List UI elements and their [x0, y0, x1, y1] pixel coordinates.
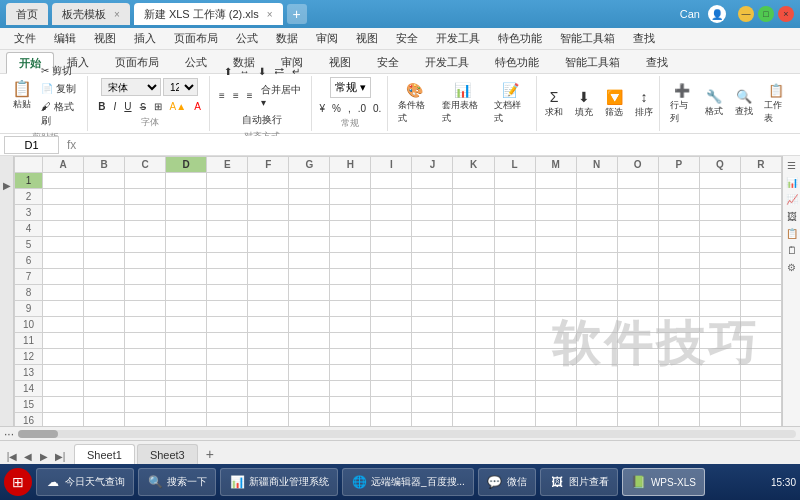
- ribbon-tab-special[interactable]: 特色功能: [482, 51, 552, 73]
- cell-B15[interactable]: [84, 397, 125, 413]
- cell-Q12[interactable]: [699, 349, 740, 365]
- increase-decimal-button[interactable]: .0: [355, 102, 369, 115]
- cell-F6[interactable]: [248, 253, 289, 269]
- cell-G5[interactable]: [289, 237, 330, 253]
- right-panel-icon-5[interactable]: 📋: [786, 228, 798, 239]
- cell-Q5[interactable]: [699, 237, 740, 253]
- cell-A15[interactable]: [43, 397, 84, 413]
- cell-K4[interactable]: [453, 221, 494, 237]
- cell-I2[interactable]: [371, 189, 412, 205]
- cell-H2[interactable]: [330, 189, 371, 205]
- cell-J1[interactable]: [412, 173, 453, 189]
- cell-B11[interactable]: [84, 333, 125, 349]
- sheet-tab-sheet3[interactable]: Sheet3: [137, 444, 198, 464]
- cell-A13[interactable]: [43, 365, 84, 381]
- cell-L6[interactable]: [494, 253, 535, 269]
- filter-button[interactable]: 🔽 筛选: [600, 87, 628, 121]
- cell-O1[interactable]: [617, 173, 658, 189]
- row-header-13[interactable]: 13: [15, 365, 43, 381]
- menu-file[interactable]: 文件: [6, 29, 44, 48]
- cell-R3[interactable]: [740, 205, 781, 221]
- strikethrough-button[interactable]: S̶: [137, 100, 149, 113]
- right-panel-icon-7[interactable]: ⚙: [787, 262, 796, 273]
- cell-E7[interactable]: [207, 269, 248, 285]
- cell-G1[interactable]: [289, 173, 330, 189]
- cell-Q2[interactable]: [699, 189, 740, 205]
- cell-N16[interactable]: [576, 413, 617, 427]
- taskbar-wechat[interactable]: 💬 微信: [478, 468, 536, 496]
- cell-H9[interactable]: [330, 301, 371, 317]
- cell-P16[interactable]: [658, 413, 699, 427]
- cell-K10[interactable]: [453, 317, 494, 333]
- cell-N4[interactable]: [576, 221, 617, 237]
- cell-Q16[interactable]: [699, 413, 740, 427]
- cell-B5[interactable]: [84, 237, 125, 253]
- cell-E13[interactable]: [207, 365, 248, 381]
- cell-I1[interactable]: [371, 173, 412, 189]
- sheet-tab-sheet1[interactable]: Sheet1: [74, 444, 135, 464]
- cell-P11[interactable]: [658, 333, 699, 349]
- cell-K16[interactable]: [453, 413, 494, 427]
- taskbar-search[interactable]: 🔍 搜索一下: [138, 468, 216, 496]
- taskbar-wps[interactable]: 📗 WPS-XLS: [622, 468, 705, 496]
- row-header-11[interactable]: 11: [15, 333, 43, 349]
- cell-F3[interactable]: [248, 205, 289, 221]
- ribbon-tab-page[interactable]: 页面布局: [102, 51, 172, 73]
- cell-G2[interactable]: [289, 189, 330, 205]
- cell-G10[interactable]: [289, 317, 330, 333]
- cell-N13[interactable]: [576, 365, 617, 381]
- cell-R14[interactable]: [740, 381, 781, 397]
- cell-M5[interactable]: [535, 237, 576, 253]
- cell-Q13[interactable]: [699, 365, 740, 381]
- cell-R9[interactable]: [740, 301, 781, 317]
- cell-R4[interactable]: [740, 221, 781, 237]
- cell-G14[interactable]: [289, 381, 330, 397]
- underline-button[interactable]: U: [121, 100, 134, 113]
- cell-C9[interactable]: [125, 301, 166, 317]
- cell-H5[interactable]: [330, 237, 371, 253]
- cell-I10[interactable]: [371, 317, 412, 333]
- cell-D6[interactable]: [166, 253, 207, 269]
- cell-J2[interactable]: [412, 189, 453, 205]
- cell-D15[interactable]: [166, 397, 207, 413]
- cell-F15[interactable]: [248, 397, 289, 413]
- align-top-button[interactable]: ⬆: [221, 65, 235, 78]
- cell-C2[interactable]: [125, 189, 166, 205]
- cell-M4[interactable]: [535, 221, 576, 237]
- cell-R1[interactable]: [740, 173, 781, 189]
- cell-H10[interactable]: [330, 317, 371, 333]
- cell-F5[interactable]: [248, 237, 289, 253]
- cell-P10[interactable]: [658, 317, 699, 333]
- cell-L15[interactable]: [494, 397, 535, 413]
- cell-F1[interactable]: [248, 173, 289, 189]
- copy-button[interactable]: 📄 复制: [38, 81, 83, 97]
- cell-B12[interactable]: [84, 349, 125, 365]
- cell-A6[interactable]: [43, 253, 84, 269]
- cell-A9[interactable]: [43, 301, 84, 317]
- menu-formula[interactable]: 公式: [228, 29, 266, 48]
- fill-color-button[interactable]: A▲: [167, 100, 190, 113]
- sheet-nav-next[interactable]: ▶: [36, 448, 52, 464]
- cell-G16[interactable]: [289, 413, 330, 427]
- cell-D9[interactable]: [166, 301, 207, 317]
- cell-L8[interactable]: [494, 285, 535, 301]
- cell-O5[interactable]: [617, 237, 658, 253]
- cut-button[interactable]: ✂ 剪切: [38, 63, 83, 79]
- cell-M12[interactable]: [535, 349, 576, 365]
- cell-G9[interactable]: [289, 301, 330, 317]
- cell-O3[interactable]: [617, 205, 658, 221]
- cell-Q4[interactable]: [699, 221, 740, 237]
- cell-I15[interactable]: [371, 397, 412, 413]
- cell-I16[interactable]: [371, 413, 412, 427]
- minimize-button[interactable]: —: [738, 6, 754, 22]
- cell-M7[interactable]: [535, 269, 576, 285]
- cell-F8[interactable]: [248, 285, 289, 301]
- cell-C13[interactable]: [125, 365, 166, 381]
- cell-K1[interactable]: [453, 173, 494, 189]
- table-style-button[interactable]: 📊 套用表格式: [438, 80, 488, 127]
- col-header-I[interactable]: I: [371, 157, 412, 173]
- cell-Q1[interactable]: [699, 173, 740, 189]
- cell-N12[interactable]: [576, 349, 617, 365]
- col-header-A[interactable]: A: [43, 157, 84, 173]
- cell-N2[interactable]: [576, 189, 617, 205]
